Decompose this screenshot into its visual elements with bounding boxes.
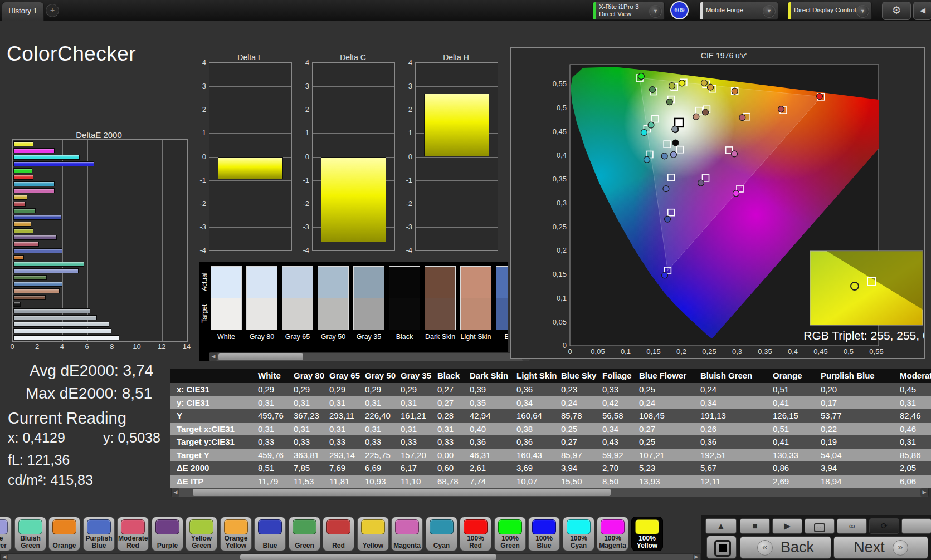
- patch-button-yellow[interactable]: Yellow: [357, 517, 389, 551]
- add-tab-button[interactable]: +: [46, 4, 59, 17]
- patch-swatch: [224, 519, 248, 534]
- table-cell: 459,76: [254, 409, 289, 423]
- chevron-up-icon[interactable]: ▲: [705, 518, 737, 534]
- chevron-down-icon[interactable]: ▼: [763, 5, 776, 18]
- patch-button-100-red[interactable]: 100% Red: [460, 517, 491, 551]
- table-cell: 367,23: [289, 409, 325, 423]
- refresh-button[interactable]: ⟳: [869, 518, 899, 534]
- patch-button-yellow-green[interactable]: Yellow Green: [186, 517, 217, 551]
- delta-c-chart: 43210-1-2-3-4: [312, 62, 395, 251]
- patch-swatch: [498, 519, 522, 534]
- cie-measured-marker: [641, 130, 647, 136]
- cie-y-tick: 0,15: [553, 270, 567, 278]
- cie-y-tick: 0,55: [553, 80, 567, 88]
- stop-button[interactable]: ■: [740, 518, 770, 534]
- source-dropdown[interactable]: Mobile Forge ▼: [699, 2, 778, 20]
- scrollbar-thumb[interactable]: [193, 489, 611, 496]
- pattern-window-button[interactable]: ··: [805, 518, 835, 534]
- meter-dropdown[interactable]: X-Rite i1Pro 3Direct View ▼: [592, 2, 665, 20]
- patch-swatch: [155, 519, 179, 534]
- patch-button-green[interactable]: Green: [289, 517, 320, 551]
- cie-x-tick: 0,5: [844, 347, 854, 356]
- gridline: [313, 86, 394, 87]
- patch-label: Yellow Green: [187, 535, 216, 549]
- patch-button-bluish-green[interactable]: Bluish Green: [14, 517, 46, 551]
- table-cell: 85,78: [557, 409, 598, 423]
- patch-swatch: [0, 519, 8, 534]
- cie-x-tick: 0: [568, 347, 572, 356]
- scrollbar-thumb[interactable]: [240, 554, 496, 560]
- table-cell: 0,22: [816, 423, 895, 436]
- de-bar-gray-65: [13, 322, 109, 327]
- patch-button-100-yellow[interactable]: 100% Yellow: [631, 517, 663, 551]
- swatch-actual: [354, 267, 384, 298]
- patch-button-moderate-red[interactable]: Moderate Red: [117, 517, 149, 551]
- current-reading-y: y: 0,5038: [103, 430, 160, 446]
- y-tick-label: -1: [196, 176, 206, 184]
- back-button[interactable]: « Back: [740, 536, 831, 559]
- tab-history-1[interactable]: History 1: [2, 2, 44, 21]
- table-cell: 192,51: [696, 449, 768, 462]
- table-cell: 13,93: [635, 475, 696, 488]
- cie-measured-marker: [666, 99, 672, 105]
- cie-y-tick: 0: [563, 341, 567, 350]
- patch-button-orange[interactable]: Orange: [48, 517, 80, 551]
- patch-button-100-blue[interactable]: 100% Blue: [528, 517, 560, 551]
- table-cell: 0,29: [254, 383, 289, 396]
- scroll-right-icon[interactable]: ▶: [920, 488, 928, 497]
- table-cell: 107,21: [635, 449, 696, 462]
- patch-button-orange-yellow[interactable]: Orange Yellow: [220, 517, 252, 551]
- display-dropdown[interactable]: Direct Display Control ▼: [787, 2, 872, 20]
- results-table: WhiteGray 80Gray 65Gray 50Gray 35BlackDa…: [170, 369, 931, 488]
- patch-strip-scrollbar[interactable]: ◀ ▶: [0, 553, 701, 560]
- cie-measured-marker: [817, 94, 823, 100]
- de-bar-orange-yellow: [13, 222, 31, 227]
- target-row-label: Target: [201, 298, 209, 330]
- patch-button-100-cyan[interactable]: 100% Cyan: [563, 517, 594, 551]
- column-header-gray-80: Gray 80: [289, 369, 325, 383]
- collapse-panel-icon[interactable]: ◀: [913, 2, 931, 20]
- table-scrollbar[interactable]: ◀ ▶: [171, 488, 929, 497]
- patch-button-red[interactable]: Red: [323, 517, 354, 551]
- patch-button-blue-flower[interactable]: Blue Flower: [0, 517, 12, 551]
- chevron-down-icon[interactable]: ▼: [856, 5, 869, 18]
- table-cell: 0,28: [433, 409, 465, 423]
- chevron-down-icon[interactable]: ▼: [649, 5, 662, 18]
- swatch-strip-scrollbar[interactable]: ◀ ▶: [209, 352, 530, 361]
- table-cell: 0,24: [557, 396, 598, 410]
- de-bar-magenta: [13, 188, 55, 193]
- play-button[interactable]: ▶: [772, 518, 802, 534]
- patch-button-purple[interactable]: Purple: [152, 517, 183, 551]
- table-cell: 11,53: [289, 475, 325, 488]
- meter-count-badge[interactable]: 609: [670, 1, 689, 19]
- scroll-left-icon[interactable]: ◀: [209, 353, 217, 361]
- extra-button[interactable]: [901, 518, 931, 534]
- gear-icon[interactable]: ⚙: [882, 2, 911, 20]
- table-cell: 0,29: [289, 383, 325, 396]
- next-button[interactable]: Next »: [833, 536, 928, 559]
- patch-label: Green: [290, 542, 319, 549]
- scroll-left-icon[interactable]: ◀: [172, 488, 179, 497]
- patch-button-blue[interactable]: Blue: [254, 517, 286, 551]
- table-cell: 0,33: [433, 435, 465, 449]
- patch-button-100-green[interactable]: 100% Green: [494, 517, 526, 551]
- y-tick-label: 0: [402, 153, 412, 161]
- patch-button-magenta[interactable]: Magenta: [391, 517, 423, 551]
- patch-label: Blue: [255, 542, 285, 549]
- de-bar-gray-35: [13, 308, 90, 313]
- table-cell: 0,17: [816, 396, 895, 410]
- scroll-right-icon[interactable]: ▶: [693, 554, 700, 560]
- table-cell: 0,46: [895, 423, 931, 436]
- patch-button-100-magenta[interactable]: 100% Magenta: [597, 517, 628, 551]
- patch-button-cyan[interactable]: Cyan: [426, 517, 457, 551]
- patch-button-purplish-blue[interactable]: Purplish Blue: [83, 517, 115, 551]
- y-tick-label: 2: [299, 105, 309, 114]
- loop-button[interactable]: ∞: [837, 518, 867, 534]
- de-bar-purplish-blue: [13, 248, 62, 253]
- table-row: ΔE 20008,517,857,696,696,170,602,613,693…: [170, 461, 931, 475]
- pattern-display-button[interactable]: [706, 536, 737, 559]
- scrollbar-thumb[interactable]: [218, 353, 303, 360]
- scroll-left-icon[interactable]: ◀: [1, 554, 8, 560]
- row-label: ΔE 2000: [170, 461, 254, 475]
- table-cell: 0,34: [598, 423, 635, 436]
